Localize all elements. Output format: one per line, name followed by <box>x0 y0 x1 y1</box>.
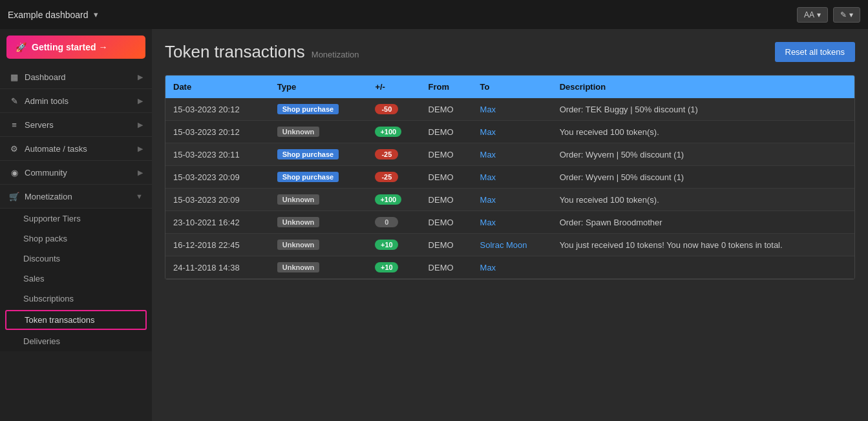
to-link[interactable]: Max <box>480 172 496 182</box>
sidebar-item-label: Automate / tasks <box>25 144 87 154</box>
topbar-tool-caret: ▾ <box>849 10 853 19</box>
page-title-wrap: Token transactions Monetization <box>165 42 359 62</box>
sidebar-item-servers[interactable]: ≡ Servers ▶ <box>0 113 152 137</box>
automate-icon: ⚙ <box>9 143 19 154</box>
sidebar-item-subscriptions[interactable]: Subscriptions <box>0 289 152 309</box>
sidebar-item-shop-packs[interactable]: Shop packs <box>0 229 152 249</box>
getting-started-button[interactable]: 🚀 Getting started → <box>6 36 145 59</box>
cell-type: Unknown <box>270 189 368 211</box>
cell-to[interactable]: Max <box>472 211 552 234</box>
table-row: 23-10-2021 16:42 Unknown 0 DEMO Max Orde… <box>165 211 854 234</box>
cell-to[interactable]: Max <box>472 166 552 189</box>
cell-to[interactable]: Max <box>472 189 552 211</box>
topbar-tool-icon: ✎ <box>840 10 847 19</box>
col-to: To <box>472 76 552 98</box>
col-date: Date <box>165 76 270 98</box>
to-link[interactable]: Max <box>480 127 496 137</box>
sidebar-item-sales[interactable]: Sales <box>0 269 152 289</box>
token-transactions-table: Date Type +/- From To Description 15-03-… <box>165 75 855 280</box>
sidebar-item-supporter-tiers[interactable]: Supporter Tiers <box>0 209 152 229</box>
page-subtitle: Monetization <box>312 50 359 59</box>
amount-pill: +10 <box>375 262 398 272</box>
cell-description: You received 100 token(s). <box>552 121 854 143</box>
cell-amount: +10 <box>367 256 420 279</box>
cell-to[interactable]: Max <box>472 256 552 279</box>
sidebar-item-automate-tasks[interactable]: ⚙ Automate / tasks ▶ <box>0 137 152 161</box>
type-badge: Shop purchase <box>277 149 339 159</box>
table-row: 15-03-2023 20:12 Shop purchase -50 DEMO … <box>165 98 854 121</box>
chevron-right-icon: ▶ <box>138 169 143 177</box>
page-title: Token transactions <box>165 42 305 62</box>
cell-date: 24-11-2018 14:38 <box>165 256 270 279</box>
cell-to[interactable]: Max <box>472 121 552 143</box>
layout: 🚀 Getting started → ▦ Dashboard ▶ ✎ Admi… <box>0 29 868 421</box>
type-badge: Unknown <box>277 217 320 227</box>
sidebar-item-label: Admin tools <box>25 96 69 106</box>
to-link[interactable]: Max <box>480 263 496 272</box>
chevron-right-icon: ▶ <box>138 73 143 81</box>
sidebar-item-community[interactable]: ◉ Community ▶ <box>0 161 152 185</box>
amount-pill: -25 <box>375 149 398 159</box>
cell-amount: -50 <box>367 98 420 121</box>
cell-amount: -25 <box>367 143 420 166</box>
sidebar-item-label: Community <box>25 168 67 178</box>
cell-date: 15-03-2023 20:11 <box>165 143 270 166</box>
main-content: Token transactions Monetization Reset al… <box>152 29 868 421</box>
chevron-right-icon: ▶ <box>138 145 143 153</box>
cell-description: Order: Wyvern | 50% discount (1) <box>552 166 854 189</box>
cell-description: Order: Spawn Broodmother <box>552 211 854 234</box>
sidebar-item-dashboard[interactable]: ▦ Dashboard ▶ <box>0 65 152 89</box>
chevron-right-icon: ▶ <box>138 121 143 129</box>
amount-pill: 0 <box>375 217 398 227</box>
amount-pill: +100 <box>375 127 401 137</box>
dashboard-icon: ▦ <box>9 72 19 82</box>
to-link[interactable]: Max <box>480 150 496 159</box>
table-row: 16-12-2018 22:45 Unknown +10 DEMO Solrac… <box>165 234 854 256</box>
topbar-aa-button[interactable]: AA ▾ <box>797 7 828 23</box>
to-link[interactable]: Max <box>480 218 496 227</box>
cell-from: DEMO <box>421 256 472 279</box>
topbar-aa-caret: ▾ <box>817 10 821 19</box>
topbar-tool-button[interactable]: ✎ ▾ <box>833 7 860 23</box>
cell-type: Unknown <box>270 234 368 256</box>
admin-tools-icon: ✎ <box>9 96 19 106</box>
reset-all-tokens-button[interactable]: Reset all tokens <box>775 42 856 62</box>
cell-type: Shop purchase <box>270 98 368 121</box>
cell-from: DEMO <box>421 166 472 189</box>
sidebar-item-monetization[interactable]: 🛒 Monetization ▼ <box>0 185 152 209</box>
topbar-aa-label: AA <box>804 10 814 19</box>
type-badge: Unknown <box>277 262 320 272</box>
col-description: Description <box>552 76 854 98</box>
cell-from: DEMO <box>421 98 472 121</box>
monetization-icon: 🛒 <box>9 191 19 201</box>
cell-to[interactable]: Max <box>472 98 552 121</box>
cell-to[interactable]: Solrac Moon <box>472 234 552 256</box>
sidebar-item-admin-tools[interactable]: ✎ Admin tools ▶ <box>0 89 152 113</box>
col-amount: +/- <box>367 76 420 98</box>
type-badge: Unknown <box>277 127 320 137</box>
col-type: Type <box>270 76 368 98</box>
sidebar-item-discounts[interactable]: Discounts <box>0 249 152 269</box>
cell-amount: 0 <box>367 211 420 234</box>
to-link[interactable]: Max <box>480 195 496 205</box>
cell-amount: +100 <box>367 189 420 211</box>
cell-to[interactable]: Max <box>472 143 552 166</box>
cell-type: Shop purchase <box>270 166 368 189</box>
sidebar-item-token-transactions[interactable]: Token transactions <box>5 310 147 330</box>
cell-description: You just received 10 tokens! You now hav… <box>552 234 854 256</box>
sidebar-item-label: Dashboard <box>25 72 66 82</box>
to-link[interactable]: Max <box>480 105 496 114</box>
sidebar-item-deliveries[interactable]: Deliveries <box>0 331 152 351</box>
cell-description: Order: Wyvern | 50% discount (1) <box>552 143 854 166</box>
cell-date: 23-10-2021 16:42 <box>165 211 270 234</box>
table-row: 15-03-2023 20:12 Unknown +100 DEMO Max Y… <box>165 121 854 143</box>
cell-from: DEMO <box>421 121 472 143</box>
to-link[interactable]: Solrac Moon <box>480 240 527 250</box>
cell-from: DEMO <box>421 211 472 234</box>
topbar-left: Example dashboard ▾ <box>8 10 98 20</box>
cell-type: Unknown <box>270 256 368 279</box>
cell-amount: -25 <box>367 166 420 189</box>
topbar-title: Example dashboard <box>8 10 89 20</box>
amount-pill: +10 <box>375 240 398 250</box>
type-badge: Shop purchase <box>277 104 339 114</box>
